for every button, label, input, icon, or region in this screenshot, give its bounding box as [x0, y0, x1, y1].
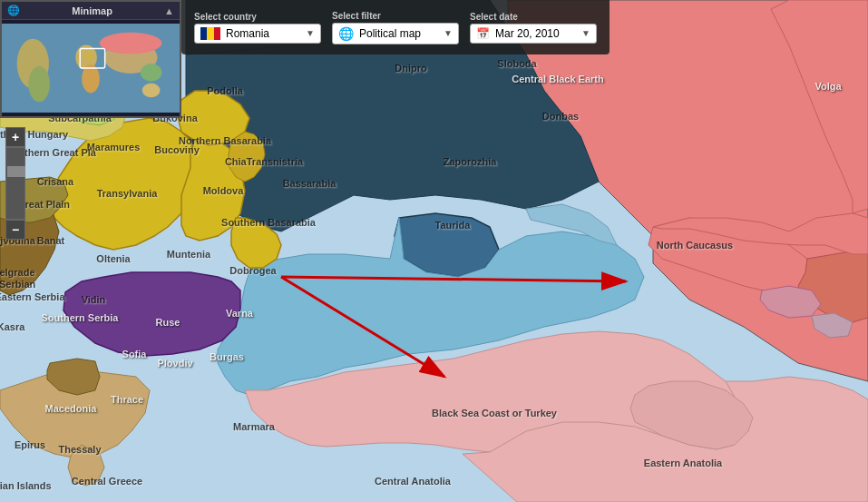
zoom-thumb[interactable] — [7, 166, 25, 177]
filter-select[interactable]: 🌐 Political map ▼ — [332, 23, 459, 44]
minimap-collapse-btn[interactable]: ▲ — [164, 5, 174, 16]
filter-label: Select filter — [332, 11, 459, 21]
filter-chevron: ▼ — [444, 28, 453, 38]
filter-value: Political map — [359, 27, 421, 40]
date-value: Mar 20, 2010 — [495, 27, 560, 40]
date-selector-group: Select date 📅 Mar 20, 2010 ▼ — [470, 12, 597, 44]
map-globe-icon: 🌐 — [338, 26, 354, 41]
calendar-icon: 📅 — [476, 27, 490, 40]
zoom-slider[interactable] — [5, 147, 25, 220]
country-selector-group: Select country Romania ▼ — [194, 12, 321, 44]
country-select[interactable]: Romania ▼ — [194, 24, 321, 44]
svg-rect-44 — [86, 54, 92, 58]
app: VolgaCentral Black EarthSlobodaDonbasDni… — [0, 0, 868, 502]
svg-point-42 — [142, 84, 161, 98]
date-label: Select date — [470, 12, 597, 22]
toolbar: Select country Romania ▼ Select filter 🌐… — [181, 0, 610, 54]
svg-point-41 — [141, 64, 162, 82]
svg-point-36 — [28, 66, 50, 102]
minimap-body — [2, 20, 180, 116]
country-chevron: ▼ — [306, 28, 315, 38]
minimap-header: 🌐 Minimap ▲ — [2, 2, 180, 20]
svg-point-38 — [82, 64, 100, 93]
minimap-title: Minimap — [72, 5, 112, 16]
date-chevron: ▼ — [581, 28, 590, 38]
zoom-controls: + − — [5, 127, 25, 240]
minimap: 🌐 Minimap ▲ — [0, 0, 181, 118]
country-value: Romania — [226, 27, 269, 40]
country-label: Select country — [194, 12, 321, 22]
zoom-out-button[interactable]: − — [5, 220, 25, 240]
svg-point-40 — [100, 33, 162, 54]
zoom-in-button[interactable]: + — [5, 127, 25, 147]
globe-icon: 🌐 — [7, 5, 20, 16]
filter-selector-group: Select filter 🌐 Political map ▼ — [332, 11, 459, 44]
date-select[interactable]: 📅 Mar 20, 2010 ▼ — [470, 24, 597, 44]
